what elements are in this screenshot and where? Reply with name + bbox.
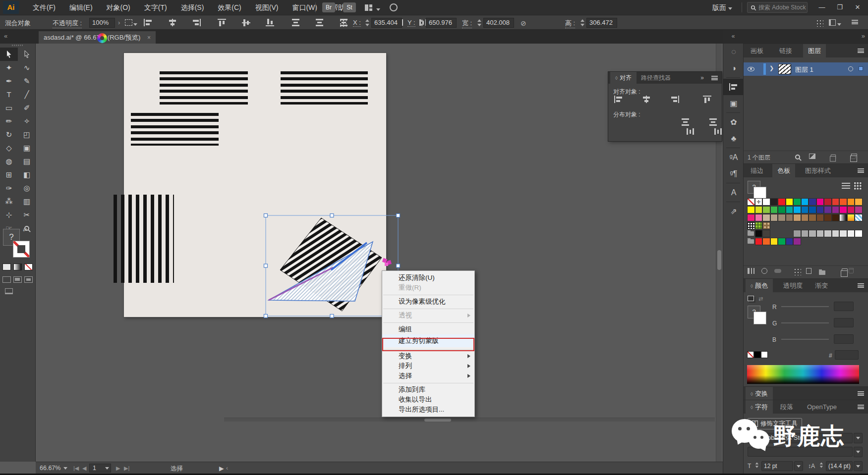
- color-group-folder-icon[interactable]: [747, 238, 755, 245]
- context-menu-item-10[interactable]: 变换: [382, 351, 474, 361]
- height-stepper[interactable]: [580, 19, 584, 26]
- horizontal-scrollbar-thumb[interactable]: [424, 419, 451, 422]
- swatch[interactable]: [824, 206, 832, 213]
- tab-layers[interactable]: 图层: [803, 44, 826, 57]
- swatch[interactable]: [747, 214, 755, 221]
- color-panel-menu-icon[interactable]: [858, 283, 864, 288]
- swatch[interactable]: [755, 238, 763, 245]
- color-group-folder-icon[interactable]: [747, 230, 755, 237]
- context-menu-item-0[interactable]: 还原清除(U): [382, 273, 474, 283]
- swatch[interactable]: [755, 214, 763, 221]
- line-segment-tool[interactable]: ╱: [18, 88, 36, 101]
- lasso-tool[interactable]: ∿: [18, 61, 36, 74]
- swatch[interactable]: [809, 214, 816, 221]
- character-panel-menu-icon[interactable]: [858, 405, 864, 409]
- arrange-documents-icon[interactable]: [365, 4, 380, 13]
- swap-colors-icon[interactable]: ⇄: [758, 296, 763, 302]
- eyedropper-tool[interactable]: ✑: [0, 181, 18, 195]
- close-document-icon[interactable]: ×: [147, 34, 151, 41]
- swatch[interactable]: [832, 206, 840, 213]
- black-swatch[interactable]: [754, 351, 761, 358]
- none-mode-button[interactable]: [24, 264, 33, 270]
- transform-box-icon[interactable]: [125, 19, 137, 27]
- opacity-label[interactable]: 不透明度 :: [53, 19, 82, 28]
- align-panel-icon[interactable]: [723, 79, 744, 95]
- tab-transform[interactable]: ◊变换: [746, 387, 773, 400]
- appearance-panel-icon[interactable]: ᵍ¶: [723, 165, 744, 182]
- swatch[interactable]: [778, 238, 786, 245]
- blue-slider[interactable]: [781, 339, 829, 340]
- menu-item-6[interactable]: 视图(V): [248, 0, 286, 15]
- font-size-dropdown[interactable]: [794, 461, 803, 471]
- swatch[interactable]: [770, 198, 778, 206]
- layer-name[interactable]: 图层 1: [795, 65, 813, 74]
- stroke-color-well[interactable]: [13, 241, 30, 258]
- constrain-proportions-icon[interactable]: ⊘: [521, 19, 526, 27]
- context-menu-item-3[interactable]: 设为像素级优化: [382, 297, 474, 307]
- panel-layout-icon[interactable]: [829, 19, 841, 27]
- swatch[interactable]: [855, 230, 863, 237]
- screen-mode-icon[interactable]: [5, 288, 13, 294]
- stock-button[interactable]: St: [343, 2, 356, 12]
- add-selected-icon[interactable]: [774, 269, 781, 273]
- swatch[interactable]: [847, 230, 855, 237]
- swatch[interactable]: [762, 214, 770, 221]
- swatch[interactable]: [793, 214, 801, 221]
- swatch[interactable]: [801, 214, 809, 221]
- swatch[interactable]: [839, 230, 847, 237]
- menu-item-0[interactable]: 文件(F): [26, 0, 62, 15]
- layer-target-icon[interactable]: [848, 66, 853, 71]
- draw-inside-icon[interactable]: [24, 276, 33, 283]
- red-value-field[interactable]: [834, 302, 854, 311]
- locate-object-icon[interactable]: [795, 155, 800, 159]
- swatch[interactable]: [762, 198, 770, 206]
- swatch[interactable]: [778, 214, 786, 221]
- swatch[interactable]: [855, 214, 863, 221]
- toolbar-grip[interactable]: [12, 45, 24, 46]
- recolor-artwork-icon[interactable]: [97, 33, 107, 43]
- horizontal-scrollbar[interactable]: [224, 418, 715, 422]
- swatch[interactable]: [809, 198, 816, 206]
- swatch[interactable]: [755, 230, 763, 237]
- expand-layer-icon[interactable]: ❯: [769, 65, 774, 71]
- brushes-panel-icon[interactable]: ✿: [723, 114, 744, 130]
- close-button[interactable]: ✕: [849, 0, 867, 15]
- font-family-dropdown[interactable]: [854, 433, 863, 443]
- distribute-top-icon[interactable]: [681, 118, 690, 126]
- align-vcenter-icon[interactable]: [242, 19, 251, 26]
- tab-align[interactable]: ◊对齐: [610, 72, 637, 84]
- docs-grid-icon[interactable]: [815, 19, 823, 27]
- draw-normal-icon[interactable]: [2, 276, 11, 283]
- shape-builder-tool[interactable]: ◍: [0, 155, 18, 168]
- context-menu-item-16[interactable]: 导出所选项目...: [382, 405, 474, 415]
- align-panel-menu-icon[interactable]: [711, 76, 718, 80]
- prev-artboard-icon[interactable]: ◀: [82, 465, 86, 472]
- swatch[interactable]: [824, 230, 832, 237]
- direct-selection-tool[interactable]: [18, 48, 36, 61]
- opacity-field[interactable]: 100%: [89, 18, 115, 28]
- column-graph-tool[interactable]: ▥: [18, 195, 36, 208]
- next-artboard-icon[interactable]: ▶: [116, 465, 120, 472]
- first-artboard-icon[interactable]: |◀: [73, 465, 79, 472]
- rotate-tool[interactable]: ↻: [0, 128, 18, 141]
- x-stepper[interactable]: [365, 19, 369, 26]
- expand-icon[interactable]: »: [700, 72, 704, 84]
- blue-value-field[interactable]: [834, 334, 854, 344]
- control-bar-menu-icon[interactable]: [852, 20, 858, 24]
- grid-view-icon[interactable]: [854, 182, 862, 190]
- delete-layer-icon[interactable]: [851, 154, 856, 159]
- context-menu-item-7[interactable]: 编组: [382, 324, 474, 334]
- swatch[interactable]: [793, 238, 801, 245]
- swatch[interactable]: [762, 206, 770, 213]
- perspective-grid-tool[interactable]: ▤: [18, 155, 36, 168]
- collapse-dock-icon[interactable]: «: [723, 30, 743, 44]
- swatch[interactable]: [801, 206, 809, 213]
- distribute-vcenter-icon[interactable]: [315, 19, 324, 26]
- swatch[interactable]: [847, 206, 855, 213]
- swatch[interactable]: [839, 206, 847, 213]
- bridge-button[interactable]: Br: [322, 2, 335, 12]
- swatch[interactable]: [801, 230, 809, 237]
- scroll-left-arrow[interactable]: ‹: [226, 465, 228, 472]
- swatch[interactable]: [793, 198, 801, 206]
- stroke-proxy[interactable]: [753, 312, 766, 324]
